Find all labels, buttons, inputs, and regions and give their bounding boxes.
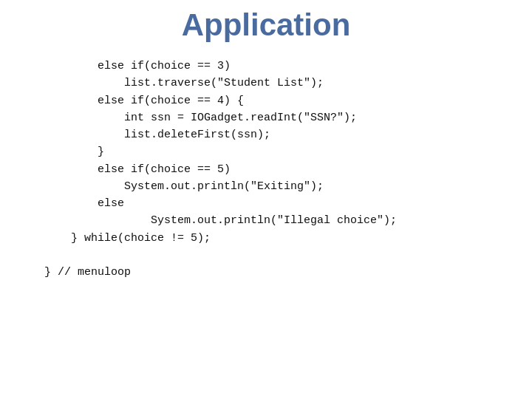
page-title: Application [182,7,351,43]
code-block: else if(choice == 3) list.traverse("Stud… [0,58,532,281]
page-container: Application else if(choice == 3) list.tr… [0,0,532,399]
